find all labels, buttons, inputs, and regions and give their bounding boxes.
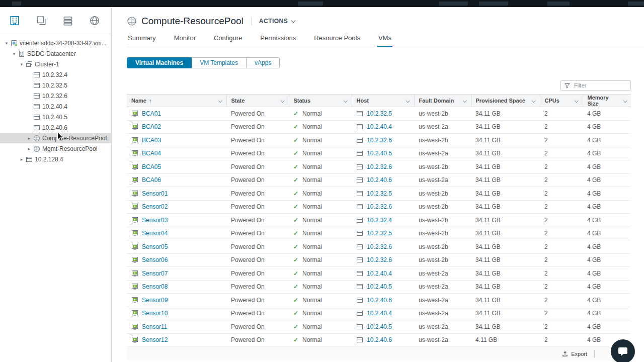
vm-row-sensor11[interactable]: Sensor11Powered On✓Normal10.2.40.5us-wes…	[127, 320, 631, 334]
column-header-status[interactable]: Status	[289, 95, 352, 107]
subtab-virtual-machines[interactable]: Virtual Machines	[127, 57, 192, 68]
tree-item-compute-resourcepool[interactable]: ▸Compute-ResourcePool	[0, 133, 111, 143]
tab-summary[interactable]: Summary	[127, 34, 157, 47]
caret-right-icon[interactable]: ▸	[26, 136, 33, 141]
vm-row-sensor10[interactable]: Sensor10Powered On✓Normal10.2.40.4us-wes…	[127, 307, 631, 320]
host-link[interactable]: 10.2.40.6	[367, 176, 392, 184]
vm-row-sensor07[interactable]: Sensor07Powered On✓Normal10.2.40.4us-wes…	[127, 267, 631, 281]
vm-row-bca04[interactable]: BCA04Powered On✓Normal10.2.40.5us-west-2…	[127, 147, 631, 160]
vm-row-bca01[interactable]: BCA01Powered On✓Normal10.2.32.5us-west-2…	[127, 107, 631, 121]
host-link[interactable]: 10.2.40.4	[367, 310, 392, 317]
caret-right-icon[interactable]: ▸	[26, 146, 33, 151]
host-link[interactable]: 10.2.40.6	[367, 297, 392, 304]
actions-menu-button[interactable]: ACTIONS	[259, 18, 295, 25]
export-button[interactable]: Export	[562, 351, 587, 357]
host-link[interactable]: 10.2.32.5	[367, 230, 392, 237]
tree-item-10-2-32-6[interactable]: 10.2.32.6	[0, 90, 111, 101]
host-link[interactable]: 10.2.32.6	[367, 163, 392, 170]
filter-input[interactable]	[573, 82, 627, 89]
column-menu-chevron-icon[interactable]	[406, 99, 410, 103]
vm-name-link[interactable]: BCA06	[142, 176, 161, 184]
column-header-fault-domain[interactable]: Fault Domain	[414, 95, 471, 107]
subtab-vm-templates[interactable]: VM Templates	[192, 57, 247, 68]
vm-name-link[interactable]: Sensor02	[142, 203, 168, 210]
column-header-state[interactable]: State	[226, 95, 289, 107]
host-link[interactable]: 10.2.32.6	[367, 256, 392, 263]
tree-item-vcenter-sddc-34-208-33-92-vm[interactable]: ▾vcenter.sddc-34-208-33-92.vm...	[0, 38, 111, 48]
vm-row-sensor06[interactable]: Sensor06Powered On✓Normal10.2.32.6us-wes…	[127, 253, 631, 267]
host-link[interactable]: 10.2.32.6	[367, 243, 392, 250]
filter-input-wrapper[interactable]	[560, 80, 631, 90]
vm-row-sensor01[interactable]: Sensor01Powered On✓Normal10.2.32.5us-wes…	[127, 187, 631, 201]
help-chat-bubble[interactable]	[609, 338, 636, 362]
vm-name-link[interactable]: Sensor09	[142, 297, 168, 304]
vm-name-link[interactable]: BCA01	[142, 110, 161, 117]
vm-row-sensor09[interactable]: Sensor09Powered On✓Normal10.2.40.6us-wes…	[127, 294, 631, 307]
column-header-memory-size[interactable]: Memory Size	[583, 95, 631, 107]
column-menu-chevron-icon[interactable]	[344, 99, 348, 103]
vm-row-bca06[interactable]: BCA06Powered On✓Normal10.2.40.6us-west-2…	[127, 173, 631, 187]
caret-down-icon[interactable]: ▾	[3, 41, 10, 46]
host-link[interactable]: 10.2.32.5	[367, 110, 392, 117]
vm-row-bca05[interactable]: BCA05Powered On✓Normal10.2.32.6us-west-2…	[127, 160, 631, 174]
vm-name-link[interactable]: BCA05	[142, 163, 161, 170]
host-link[interactable]: 10.2.40.6	[367, 336, 392, 343]
vm-row-sensor04[interactable]: Sensor04Powered On✓Normal10.2.32.5us-wes…	[127, 227, 631, 240]
tree-item-10-2-32-5[interactable]: 10.2.32.5	[0, 80, 111, 90]
vm-name-link[interactable]: Sensor06	[142, 256, 168, 263]
vm-name-link[interactable]: Sensor12	[142, 336, 168, 343]
vm-name-link[interactable]: Sensor05	[142, 243, 168, 250]
host-link[interactable]: 10.2.32.5	[367, 190, 392, 197]
tree-item-10-2-40-4[interactable]: 10.2.40.4	[0, 101, 111, 112]
vm-name-link[interactable]: BCA04	[142, 150, 161, 157]
vm-row-sensor02[interactable]: Sensor02Powered On✓Normal10.2.32.6us-wes…	[127, 200, 631, 214]
tree-item-mgmt-resourcepool[interactable]: ▸Mgmt-ResourcePool	[0, 143, 111, 154]
host-link[interactable]: 10.2.32.4	[367, 217, 392, 224]
subtab-vapps[interactable]: vApps	[247, 57, 280, 68]
vm-row-bca02[interactable]: BCA02Powered On✓Normal10.2.40.4us-west-2…	[127, 120, 631, 134]
tree-item-10-2-128-4[interactable]: ▸10.2.128.4	[0, 154, 111, 164]
host-link[interactable]: 10.2.40.5	[367, 323, 392, 330]
tree-item-10-2-32-4[interactable]: 10.2.32.4	[0, 69, 111, 80]
tab-resource-pools[interactable]: Resource Pools	[313, 34, 361, 47]
vm-name-link[interactable]: Sensor04	[142, 230, 168, 237]
vm-name-link[interactable]: Sensor01	[142, 190, 168, 197]
column-menu-chevron-icon[interactable]	[532, 99, 536, 103]
vm-row-sensor12[interactable]: Sensor12Powered On✓Normal10.2.40.6us-wes…	[127, 333, 631, 347]
host-link[interactable]: 10.2.32.6	[367, 203, 392, 210]
caret-right-icon[interactable]: ▸	[18, 157, 25, 162]
caret-down-icon[interactable]: ▾	[11, 51, 18, 56]
host-link[interactable]: 10.2.40.4	[367, 270, 392, 277]
column-header-host[interactable]: Host	[352, 95, 414, 107]
nav-vms-and-templates[interactable]	[36, 15, 47, 26]
nav-hosts-and-clusters[interactable]	[9, 15, 21, 26]
tree-item-cluster-1[interactable]: ▾Cluster-1	[0, 59, 111, 69]
column-menu-chevron-icon[interactable]	[463, 99, 467, 103]
column-header-provisioned-space[interactable]: Provisioned Space	[471, 95, 540, 107]
tab-configure[interactable]: Configure	[213, 34, 243, 47]
tree-item-10-2-40-6[interactable]: 10.2.40.6	[0, 122, 111, 133]
tab-vms[interactable]: VMs	[377, 34, 392, 47]
tree-item-10-2-40-5[interactable]: 10.2.40.5	[0, 112, 111, 122]
host-link[interactable]: 10.2.40.4	[367, 123, 392, 130]
vm-name-link[interactable]: BCA03	[142, 137, 161, 144]
tab-monitor[interactable]: Monitor	[173, 34, 197, 47]
column-menu-chevron-icon[interactable]	[623, 99, 627, 103]
tree-item-sddc-datacenter[interactable]: ▾SDDC-Datacenter	[0, 48, 111, 59]
vm-name-link[interactable]: Sensor03	[142, 217, 168, 224]
vm-name-link[interactable]: Sensor08	[142, 283, 168, 290]
column-header-cpus[interactable]: CPUs	[540, 95, 583, 107]
nav-networking[interactable]	[89, 15, 101, 26]
tab-permissions[interactable]: Permissions	[259, 34, 297, 47]
vm-name-link[interactable]: Sensor10	[142, 310, 168, 317]
column-menu-chevron-icon[interactable]	[575, 99, 579, 103]
column-menu-chevron-icon[interactable]	[218, 99, 222, 103]
vm-row-sensor03[interactable]: Sensor03Powered On✓Normal10.2.32.4us-wes…	[127, 214, 631, 227]
host-link[interactable]: 10.2.40.5	[367, 283, 392, 290]
vm-name-link[interactable]: Sensor11	[142, 323, 167, 330]
vm-row-sensor05[interactable]: Sensor05Powered On✓Normal10.2.32.6us-wes…	[127, 240, 631, 254]
caret-down-icon[interactable]: ▾	[18, 62, 25, 67]
host-link[interactable]: 10.2.32.6	[367, 137, 392, 144]
host-link[interactable]: 10.2.40.5	[367, 150, 392, 157]
column-menu-chevron-icon[interactable]	[281, 99, 285, 103]
